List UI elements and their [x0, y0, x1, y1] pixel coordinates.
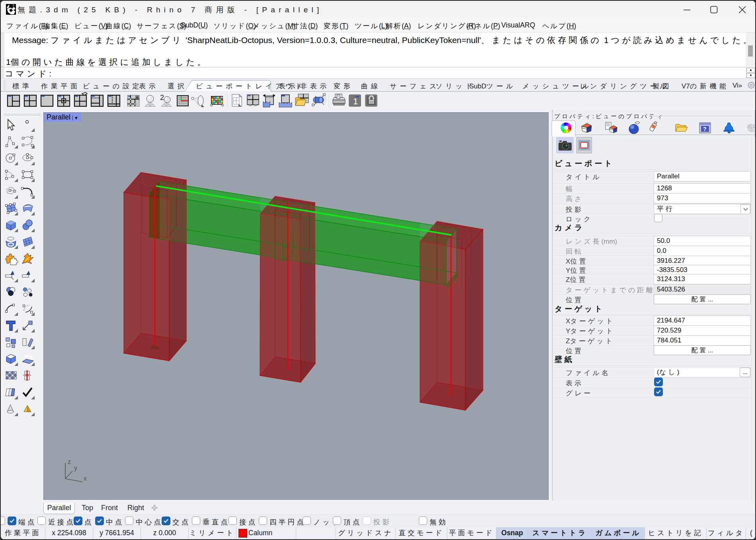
svg-text:z: z	[68, 458, 71, 465]
svg-text:y: y	[74, 465, 77, 472]
svg-text:1: 1	[353, 96, 358, 106]
svg-text:2: 2	[160, 94, 164, 102]
svg-text:x: x	[84, 475, 87, 482]
svg-text:7: 7	[12, 4, 15, 9]
svg-text:?: ?	[703, 126, 707, 132]
